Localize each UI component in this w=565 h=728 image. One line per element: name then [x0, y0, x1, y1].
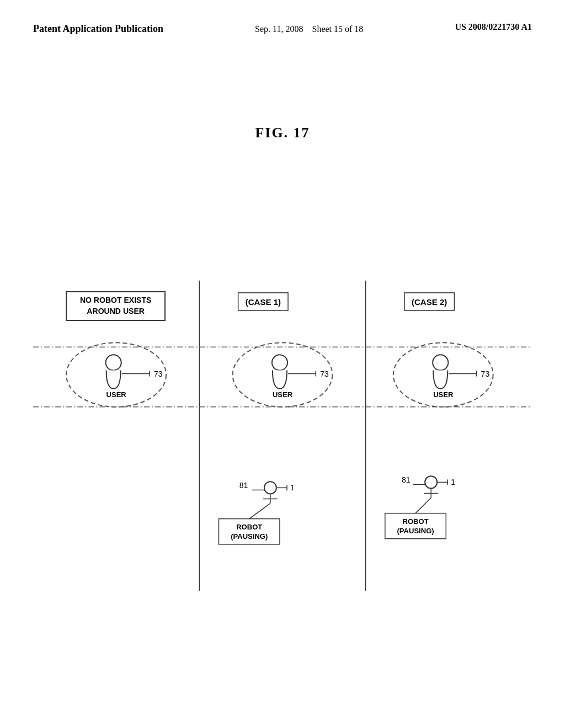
svg-text:81: 81	[402, 475, 411, 484]
svg-point-25	[264, 481, 276, 494]
svg-text:73: 73	[154, 370, 163, 378]
svg-point-47	[425, 476, 437, 488]
svg-point-8	[106, 355, 121, 370]
svg-text:ROBOT: ROBOT	[403, 517, 429, 526]
diagram-area: NO ROBOT EXISTS AROUND USER USER 73 (CAS…	[33, 232, 532, 640]
svg-text:(PAUSING): (PAUSING)	[231, 532, 268, 540]
diagram-svg: NO ROBOT EXISTS AROUND USER USER 73 (CAS…	[33, 232, 532, 640]
figure-title: FIG. 17	[0, 125, 565, 141]
svg-text:73: 73	[481, 370, 490, 378]
svg-text:USER: USER	[106, 390, 127, 399]
svg-line-53	[415, 497, 431, 513]
svg-point-40	[433, 355, 448, 370]
svg-text:(PAUSING): (PAUSING)	[397, 527, 434, 535]
publication-label: Patent Application Publication	[33, 22, 163, 36]
sheet-label: Sheet 15 of 18	[312, 24, 363, 34]
svg-text:81: 81	[239, 481, 248, 490]
svg-text:73: 73	[320, 370, 329, 378]
date-label: Sep. 11, 2008	[255, 24, 303, 34]
svg-text:1: 1	[290, 483, 295, 492]
svg-text:AROUND USER: AROUND USER	[87, 307, 145, 315]
svg-text:(CASE 2): (CASE 2)	[412, 297, 447, 307]
svg-text:USER: USER	[273, 390, 293, 399]
svg-line-31	[249, 504, 270, 519]
svg-text:ROBOT: ROBOT	[236, 523, 262, 531]
svg-text:1: 1	[451, 478, 455, 486]
svg-text:USER: USER	[433, 390, 454, 399]
header-center-info: Sep. 11, 2008 Sheet 15 of 18	[255, 22, 363, 36]
svg-point-18	[272, 355, 287, 370]
page-header: Patent Application Publication Sep. 11, …	[0, 0, 565, 36]
patent-number: US 2008/0221730 A1	[455, 22, 532, 32]
svg-text:NO ROBOT EXISTS: NO ROBOT EXISTS	[80, 296, 152, 304]
svg-text:(CASE 1): (CASE 1)	[246, 297, 281, 307]
